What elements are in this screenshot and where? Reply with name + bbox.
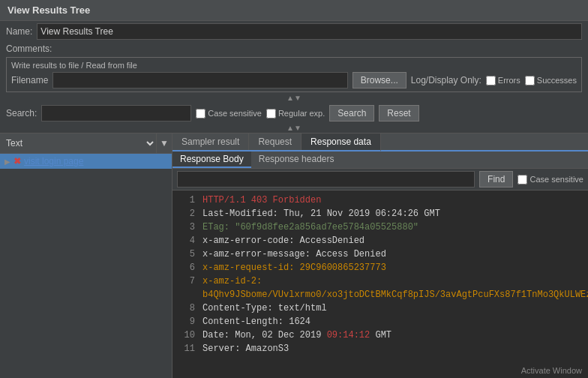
divider-arrow-top: ▲▼ (0, 94, 588, 103)
right-panel: Sampler result Request Response data Res… (172, 134, 588, 378)
sub-tabs-row: Response Body Response headers (172, 152, 588, 169)
code-line-11: 11 Server: AmazonS3 (172, 342, 588, 356)
browse-button[interactable]: Browse... (352, 72, 406, 88)
divider-arrow-bottom: ▲▼ (0, 124, 588, 133)
search-label: Search: (6, 108, 37, 118)
find-button[interactable]: Find (479, 171, 513, 188)
regular-exp-label[interactable]: Regular exp. (266, 109, 325, 118)
code-line-8: 8 Content-Type: text/html (172, 302, 588, 315)
code-line-7-content: x-amz-id-2: b4Qhv9JSbome/VUvlxrmo0/xo3jt… (202, 274, 588, 302)
code-line-2-content: Last-Modified: Thu, 21 Nov 2019 06:24:26… (202, 207, 440, 220)
name-row: Name: (0, 21, 588, 42)
main-content: Text HTML JSON XML ▼ ▶ ✖ visit login pag… (0, 134, 588, 378)
code-line-10: 10 Date: Mon, 02 Dec 2019 09:14:12 GMT (172, 328, 588, 342)
filename-label: Filename (11, 75, 48, 86)
errors-checkbox-label[interactable]: Errors (486, 76, 520, 86)
case-sensitive-label[interactable]: Case sensitive (196, 109, 262, 118)
code-line-5-content: x-amz-error-message: Access Denied (202, 248, 386, 261)
comments-label: Comments: (0, 42, 588, 56)
code-line-8-content: Content-Type: text/html (202, 302, 327, 315)
tab-request[interactable]: Request (249, 134, 302, 150)
log-display-label: Log/Display Only: (411, 75, 482, 86)
code-line-7: 7 x-amz-id-2: b4Qhv9JSbome/VUvlxrmo0/xo3… (172, 274, 588, 302)
successes-checkbox-label[interactable]: Successes (525, 76, 577, 86)
file-group: Write results to file / Read from file F… (6, 57, 582, 92)
code-line-6-content: x-amz-request-id: 29C9600865237773 (202, 261, 386, 274)
sub-tab-response-headers[interactable]: Response headers (251, 152, 342, 168)
search-input[interactable] (41, 105, 191, 122)
code-line-5: 5 x-amz-error-message: Access Denied (172, 248, 588, 261)
find-row: Find Case sensitive (172, 169, 588, 190)
name-label: Name: (6, 26, 32, 37)
case-sensitive-checkbox[interactable] (196, 109, 206, 118)
name-input[interactable] (37, 23, 582, 40)
file-row: Filename Browse... Log/Display Only: Err… (11, 72, 577, 88)
find-input[interactable] (177, 171, 475, 188)
search-row: Search: Case sensitive Regular exp. Sear… (0, 103, 588, 124)
code-line-9-content: Content-Length: 1624 (202, 315, 310, 328)
error-icon: ✖ (14, 156, 21, 166)
reset-button[interactable]: Reset (379, 105, 418, 122)
tab-response-data[interactable]: Response data (302, 134, 381, 152)
code-line-3: 3 ETag: "60f9d8fee2a856ad7ee5784a0552588… (172, 220, 588, 234)
code-line-4: 4 x-amz-error-code: AccessDenied (172, 234, 588, 248)
left-panel: Text HTML JSON XML ▼ ▶ ✖ visit login pag… (0, 134, 172, 378)
item-label: visit login page (24, 156, 83, 166)
code-line-6: 6 x-amz-request-id: 29C9600865237773 (172, 261, 588, 274)
find-case-sensitive-label[interactable]: Case sensitive (518, 175, 584, 184)
panel-title: View Results Tree (0, 0, 588, 21)
left-list: ▶ ✖ visit login page (0, 154, 172, 378)
left-toolbar: Text HTML JSON XML ▼ (0, 134, 172, 154)
find-case-sensitive-checkbox[interactable] (518, 175, 527, 184)
type-select[interactable]: Text HTML JSON XML (0, 134, 157, 153)
code-line-3-content: ETag: "60f9d8fee2a856ad7ee5784a05525880" (202, 220, 418, 234)
activate-watermark: Activate Window (521, 366, 582, 375)
successes-checkbox[interactable] (525, 76, 535, 86)
main-tabs-row: Sampler result Request Response data (172, 134, 588, 152)
type-dropdown-icon[interactable]: ▼ (157, 136, 172, 150)
tab-sampler-result[interactable]: Sampler result (172, 134, 249, 150)
file-group-legend: Write results to file / Read from file (11, 61, 577, 70)
code-line-10-content: Date: Mon, 02 Dec 2019 09:14:12 GMT (202, 328, 392, 342)
errors-checkbox[interactable] (486, 76, 496, 86)
sub-tab-response-body[interactable]: Response Body (172, 152, 251, 168)
code-line-2: 2 Last-Modified: Thu, 21 Nov 2019 06:24:… (172, 207, 588, 220)
code-line-4-content: x-amz-error-code: AccessDenied (202, 234, 364, 248)
filename-input[interactable] (52, 72, 347, 88)
list-item[interactable]: ▶ ✖ visit login page (0, 154, 172, 169)
code-area: 1 HTTP/1.1 403 Forbidden 2 Last-Modified… (172, 190, 588, 378)
regular-exp-checkbox[interactable] (266, 109, 276, 118)
code-line-11-content: Server: AmazonS3 (202, 342, 289, 356)
code-line-1: 1 HTTP/1.1 403 Forbidden (172, 194, 588, 207)
code-line-9: 9 Content-Length: 1624 (172, 315, 588, 328)
code-line-1-content: HTTP/1.1 403 Forbidden (202, 194, 321, 207)
expand-arrow-icon: ▶ (4, 158, 10, 166)
search-button[interactable]: Search (329, 105, 374, 122)
